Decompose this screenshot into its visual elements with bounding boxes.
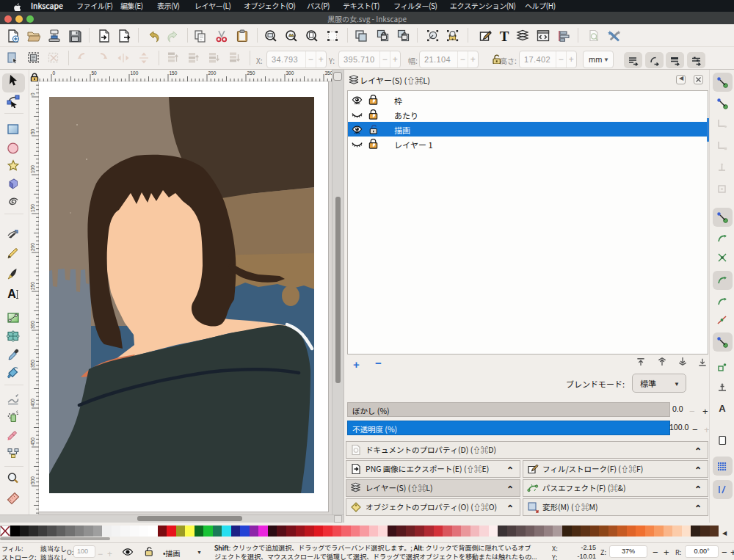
svg-text:A: A	[719, 403, 726, 414]
svg-text:200: 200	[30, 243, 35, 251]
svg-text:100: 100	[131, 70, 139, 76]
svg-text:50: 50	[30, 128, 35, 134]
svg-text:150: 150	[170, 70, 178, 76]
svg-text:A: A	[7, 288, 16, 300]
svg-text:300: 300	[286, 70, 294, 76]
svg-text:300: 300	[30, 321, 35, 329]
svg-text:50: 50	[92, 70, 98, 76]
svg-text:200: 200	[208, 70, 217, 76]
svg-text:0: 0	[30, 92, 35, 95]
svg-text:450: 450	[30, 437, 35, 446]
svg-text:0: 0	[53, 70, 56, 76]
svg-text:T: T	[500, 29, 509, 43]
svg-text:500: 500	[30, 476, 35, 484]
svg-text:250: 250	[247, 70, 255, 76]
svg-text:400: 400	[30, 399, 35, 407]
svg-text:350: 350	[325, 70, 333, 76]
svg-text:100: 100	[30, 165, 35, 173]
svg-text:150: 150	[30, 204, 35, 212]
svg-text:250: 250	[30, 282, 35, 290]
svg-text:350: 350	[30, 360, 35, 368]
